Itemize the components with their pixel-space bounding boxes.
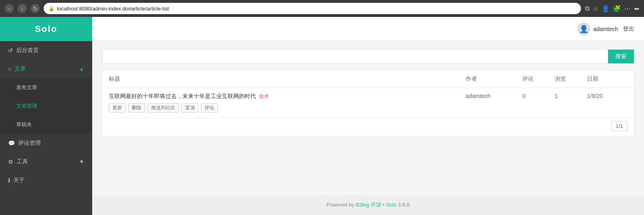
bookmark-icon[interactable]: ☆ [593, 5, 598, 13]
sidebar-item-label: 后台首页 [16, 47, 39, 54]
back-button[interactable]: ‹ [5, 4, 14, 13]
url-bar[interactable]: 🔒 localhost:8080/admin-index.do#article/… [44, 3, 581, 14]
comment-button[interactable]: 评论 [201, 103, 218, 113]
main-content: 👤 adamtech 登出 搜索 标题 作者 评论 浏览 日期 [92, 17, 644, 215]
pagination: 1/1 [102, 118, 634, 136]
forward-button[interactable]: › [18, 4, 27, 13]
sidebar-item-label: 文章 [15, 65, 26, 73]
push-button[interactable]: 推送到社区 [148, 103, 179, 113]
browser-action-buttons: ⧉ ☆ 👤 🧩 ⋯ ⬅ [585, 5, 639, 13]
solo-link[interactable]: Solo [386, 202, 397, 208]
col-title: 标题 [109, 75, 466, 83]
username: adamtech [593, 26, 618, 32]
footer: Powered by B3log 开源 • Solo 3.6.8 [92, 195, 644, 215]
b3log-link[interactable]: B3log 开源 [356, 202, 381, 208]
article-tag: 技术 [259, 93, 269, 100]
article-icon: ≡ [8, 66, 11, 72]
security-icon: 🔒 [49, 6, 55, 11]
draft-label: 草稿夹 [16, 121, 32, 128]
update-button[interactable]: 更新 [109, 103, 126, 113]
pin-button[interactable]: 置顶 [182, 103, 198, 113]
comment-icon: 💬 [8, 140, 15, 146]
search-input[interactable] [102, 50, 608, 63]
sidebar-item-dashboard[interactable]: ↺ 后台首页 [0, 41, 92, 60]
col-date: 日期 [587, 75, 627, 83]
article-comment-count: 0 [522, 93, 555, 99]
new-tab-icon[interactable]: ⧉ [585, 5, 589, 12]
footer-separator: • [383, 202, 386, 208]
sidebar-item-publish[interactable]: 发布文章 [0, 78, 92, 97]
publish-label: 发布文章 [16, 84, 37, 91]
article-author: adamtech [466, 93, 522, 99]
search-bar: 搜索 [102, 49, 634, 64]
sidebar-item-label: 关于 [13, 177, 25, 184]
footer-prefix: Powered by [327, 202, 356, 208]
article-table: 标题 作者 评论 浏览 日期 互联网最好的十年即将过去，未来十年是工业互联网的时… [102, 70, 634, 136]
col-comment: 评论 [522, 75, 555, 83]
url-text: localhost:8080/admin-index.do#article/ar… [57, 6, 576, 12]
article-title-cell: 互联网最好的十年即将过去，未来十年是工业互联网的时代 技术 更新 删除 推送到社… [109, 93, 466, 113]
article-title: 互联网最好的十年即将过去，未来十年是工业互联网的时代 [109, 93, 256, 100]
sidebar-item-tools[interactable]: ⚙ 工具 ▼ [0, 152, 92, 171]
article-date: 1/8/20 [587, 93, 627, 99]
table-row: 互联网最好的十年即将过去，未来十年是工业互联网的时代 技术 更新 删除 推送到社… [102, 88, 634, 118]
article-submenu: 发布文章 文章管理 草稿夹 [0, 78, 92, 134]
info-icon: ℹ [8, 177, 10, 184]
back-icon2[interactable]: ⬅ [634, 5, 639, 13]
sidebar: Solo ↺ 后台首页 ≡ 文章 ▲ 发布文章 文章管理 草稿夹 💬 评论管 [0, 17, 92, 215]
col-view: 浏览 [555, 75, 587, 83]
search-button[interactable]: 搜索 [608, 50, 634, 63]
chevron-down-icon: ▼ [79, 159, 84, 165]
sidebar-item-article[interactable]: ≡ 文章 ▲ [0, 60, 92, 78]
app-layout: Solo ↺ 后台首页 ≡ 文章 ▲ 发布文章 文章管理 草稿夹 💬 评论管 [0, 17, 644, 215]
topbar: 👤 adamtech 登出 [92, 17, 644, 41]
extension-icon[interactable]: 🧩 [613, 5, 621, 13]
footer-version: 3.6.8 [398, 202, 410, 208]
delete-button[interactable]: 删除 [128, 103, 145, 113]
browser-chrome: ‹ › ↻ 🔒 localhost:8080/admin-index.do#ar… [0, 0, 644, 17]
tools-icon: ⚙ [8, 159, 13, 165]
logout-button[interactable]: 登出 [623, 25, 634, 33]
user-info: 👤 adamtech [577, 23, 618, 35]
article-view-count: 1 [555, 93, 587, 99]
chevron-up-icon: ▲ [79, 66, 84, 72]
sidebar-item-label: 工具 [17, 158, 28, 165]
refresh-icon: ↺ [8, 47, 13, 54]
article-actions: 更新 删除 推送到社区 置顶 评论 [109, 103, 466, 113]
sidebar-item-label: 评论管理 [18, 140, 41, 147]
sidebar-item-draft[interactable]: 草稿夹 [0, 115, 92, 134]
page-badge: 1/1 [611, 121, 627, 131]
refresh-button[interactable]: ↻ [31, 4, 40, 13]
col-author: 作者 [466, 75, 522, 83]
manage-label: 文章管理 [16, 102, 37, 110]
sidebar-logo[interactable]: Solo [0, 17, 92, 41]
sidebar-item-comment[interactable]: 💬 评论管理 [0, 134, 92, 152]
article-title-line: 互联网最好的十年即将过去，未来十年是工业互联网的时代 技术 [109, 93, 466, 100]
sidebar-item-manage[interactable]: 文章管理 [0, 97, 92, 115]
sidebar-item-about[interactable]: ℹ 关于 [0, 171, 92, 190]
content-area: 搜索 标题 作者 评论 浏览 日期 互联网最好的十年即将过去，未来十年是工业互联… [92, 41, 644, 195]
profile-icon[interactable]: 👤 [602, 5, 610, 13]
table-header: 标题 作者 评论 浏览 日期 [102, 71, 634, 88]
avatar: 👤 [577, 23, 590, 35]
more-icon[interactable]: ⋯ [624, 5, 631, 13]
